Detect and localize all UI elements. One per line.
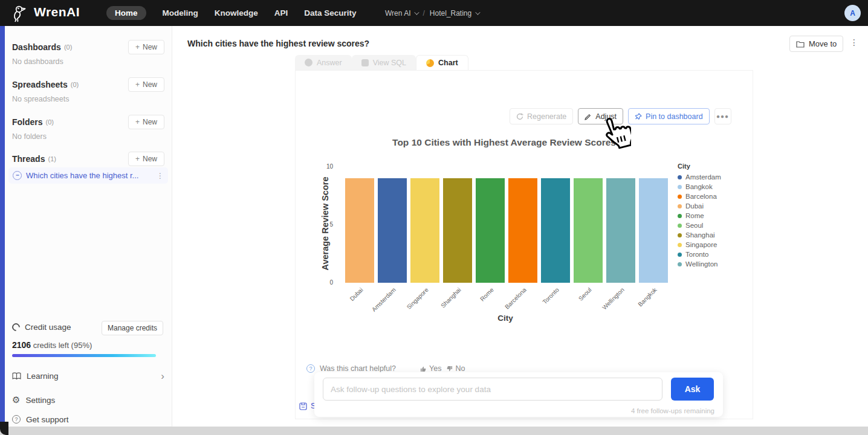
- plus-icon: +: [135, 43, 140, 51]
- project-selector[interactable]: Wren AI: [385, 9, 418, 18]
- sidebar-item-get-support[interactable]: ? Get support: [12, 412, 164, 427]
- top-navbar: WrenAI Home Modeling Knowledge API Data …: [0, 0, 868, 26]
- chevron-right-icon: ›: [161, 371, 164, 381]
- section-count: (0): [46, 118, 54, 126]
- ask-button[interactable]: Ask: [671, 378, 714, 401]
- pencil-icon: [585, 113, 592, 120]
- bar-seoul: [574, 178, 603, 283]
- bar-shanghai: [443, 178, 472, 283]
- new-thread-button[interactable]: +New: [128, 152, 164, 166]
- tab-chart[interactable]: Chart: [416, 55, 468, 70]
- new-button-label: New: [143, 118, 157, 126]
- legend-swatch: [678, 224, 682, 228]
- legend-items: AmsterdamBangkokBarcelonaDubaiRomeSeoulS…: [678, 172, 721, 269]
- section-title: Spreadsheets: [12, 80, 68, 89]
- new-spreadsheet-button[interactable]: +New: [128, 77, 164, 92]
- breadcrumb: Wren AI / Hotel_Rating: [385, 0, 479, 26]
- feedback-no-button[interactable]: No: [446, 364, 465, 373]
- legend-item-dubai: Dubai: [678, 201, 721, 211]
- window-left-edge: [0, 26, 5, 427]
- bar-wellington: [606, 178, 635, 283]
- nav-item-home[interactable]: Home: [106, 6, 146, 20]
- app-window: WrenAI Home Modeling Knowledge API Data …: [0, 0, 868, 435]
- legend-swatch: [678, 253, 682, 257]
- window-corner: [0, 422, 8, 435]
- chart-tab-icon: [426, 59, 434, 67]
- chart-more-button[interactable]: ●●●: [714, 108, 731, 124]
- new-button-label: New: [143, 155, 157, 163]
- nav-item-data-security[interactable]: Data Security: [304, 8, 356, 18]
- followups-remaining-text: 4 free follow-ups remaining: [631, 407, 714, 414]
- chart-card: Regenerate Adjust Pin to dashboard ●●● T…: [295, 70, 753, 419]
- new-button-label: New: [143, 43, 157, 51]
- pin-to-dashboard-button[interactable]: Pin to dashboard: [628, 108, 710, 124]
- legend-swatch: [678, 262, 682, 266]
- wrenai-logo-icon[interactable]: [11, 4, 30, 25]
- legend-label: Dubai: [685, 202, 704, 210]
- plus-icon: +: [135, 80, 140, 89]
- empty-folders-text: No folders: [12, 132, 47, 141]
- feedback-yes-button[interactable]: Yes: [420, 364, 441, 373]
- legend-swatch: [678, 233, 682, 237]
- credit-usage: Credit usage: [12, 323, 71, 332]
- pin-label: Pin to dashboard: [646, 112, 703, 121]
- thread-title: Which cities have the highest r...: [26, 171, 152, 180]
- user-avatar[interactable]: A: [844, 5, 861, 21]
- tab-label: Chart: [438, 59, 458, 67]
- legend-swatch: [678, 195, 682, 199]
- thumbs-down-icon: [446, 366, 453, 372]
- regenerate-button[interactable]: Regenerate: [510, 108, 573, 124]
- sidebar-item-settings[interactable]: ⚙ Settings: [12, 393, 164, 407]
- move-to-button[interactable]: Move to: [789, 36, 843, 52]
- chevron-down-icon: [475, 10, 480, 14]
- legend-swatch: [678, 175, 682, 179]
- nav-item-knowledge[interactable]: Knowledge: [215, 8, 258, 18]
- chart-feedback-row: ? Was this chart helpful? Yes No: [306, 364, 465, 373]
- thread-item[interactable]: ••• Which cities have the highest r... ⋮: [8, 167, 168, 184]
- sql-tab-icon: [361, 59, 369, 66]
- tab-label: Answer: [317, 59, 342, 67]
- new-button-label: New: [143, 80, 157, 89]
- credits-suffix: credits left (95%): [31, 341, 92, 350]
- legend-item-amsterdam: Amsterdam: [678, 172, 721, 182]
- tab-view-sql[interactable]: View SQL: [352, 55, 416, 70]
- x-axis-title: City: [342, 314, 669, 323]
- folder-icon: [796, 40, 805, 48]
- legend-swatch: [678, 185, 682, 189]
- no-label: No: [455, 364, 465, 373]
- nav-item-modeling[interactable]: Modeling: [163, 8, 198, 18]
- answer-tab-icon: [305, 59, 313, 66]
- dataset-name: Hotel_Rating: [430, 9, 471, 18]
- followup-input[interactable]: [323, 378, 662, 401]
- tab-answer[interactable]: Answer: [295, 55, 352, 70]
- new-folder-button[interactable]: +New: [128, 115, 164, 129]
- sidebar: Dashboards (0) +New No dashboards Spread…: [5, 26, 172, 427]
- y-tick-label: 0: [319, 279, 333, 286]
- legend-swatch: [678, 214, 682, 218]
- new-dashboard-button[interactable]: +New: [128, 40, 164, 54]
- y-tick-label: 5: [319, 221, 333, 228]
- bar-barcelona: [508, 178, 537, 283]
- section-count: (0): [71, 81, 79, 88]
- sidebar-item-learning[interactable]: Learning ›: [12, 369, 164, 383]
- project-name: Wren AI: [385, 9, 410, 18]
- legend-item-toronto: Toronto: [678, 250, 721, 259]
- bar-dubai: [345, 178, 374, 283]
- legend-label: Shanghai: [685, 231, 715, 239]
- y-tick-label: 10: [319, 163, 333, 170]
- legend-label: Amsterdam: [685, 173, 721, 181]
- thread-menu-icon[interactable]: ⋮: [850, 37, 858, 47]
- credit-progress-bar: [12, 354, 156, 357]
- section-count: (1): [48, 155, 56, 163]
- bar-bangkok: [639, 178, 668, 283]
- save-link-partial[interactable]: S: [299, 401, 316, 410]
- window-bottom-edge: [0, 427, 868, 435]
- nav-item-api[interactable]: API: [274, 8, 288, 18]
- thread-more-icon[interactable]: ⋮: [157, 172, 164, 180]
- adjust-button[interactable]: Adjust: [578, 108, 623, 124]
- dataset-selector[interactable]: Hotel_Rating: [430, 9, 479, 18]
- bar-singapore: [410, 178, 439, 283]
- move-to-label: Move to: [809, 39, 837, 48]
- yes-label: Yes: [429, 364, 441, 373]
- manage-credits-button[interactable]: Manage credits: [102, 321, 163, 335]
